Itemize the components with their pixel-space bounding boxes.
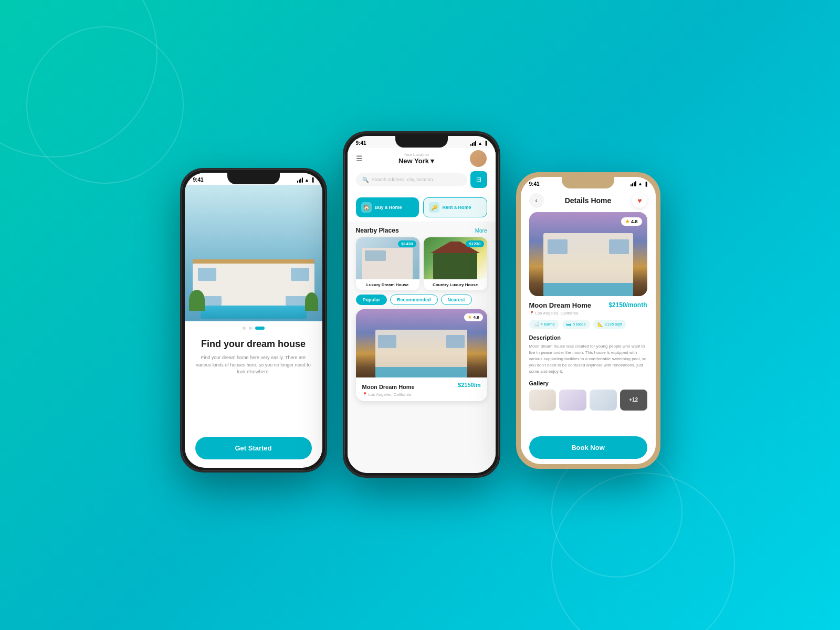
nearby-card-1-name: Luxury Dream House: [356, 279, 419, 290]
phone-splash: 9:41 ▲ ▐: [180, 168, 327, 472]
back-button[interactable]: ‹: [529, 193, 544, 208]
status-icons-1: ▲ ▐: [297, 177, 314, 183]
dot-3-active: [255, 327, 265, 330]
featured-rating-value: 4.8: [473, 315, 479, 320]
featured-rating-badge: ★ 4.8: [464, 313, 482, 321]
location-row: ☰ Your Location New York ▾: [356, 150, 487, 167]
nearby-title: Nearby Places: [356, 227, 399, 234]
splash-hero: [185, 185, 322, 321]
bg-decoration-2: [26, 26, 184, 184]
description-text: Moon dream house was created for young p…: [529, 343, 647, 375]
gallery-title: Gallery: [529, 380, 647, 386]
gallery-more-button[interactable]: +12: [620, 390, 647, 411]
search-row: 🔍 Search address, city, location... ⊟: [356, 171, 487, 188]
notch-2: [395, 136, 448, 148]
phone-listing-screen: 9:41 ▲ ▐ ☰ Your Location: [348, 136, 496, 473]
splash-text-area: Find your dream house Find your dream ho…: [195, 338, 312, 376]
listing-screen: 9:41 ▲ ▐ ☰ Your Location: [348, 136, 496, 473]
villa-pool: [201, 306, 307, 319]
featured-property-name: Moon Dream Home: [362, 384, 415, 390]
splash-hero-image: [185, 185, 322, 321]
notch-1: [227, 173, 280, 184]
rent-home-button[interactable]: 🔑 Rent a Home: [423, 197, 487, 217]
amenity-beds: 🛏 5 Beds: [562, 320, 590, 329]
window-modern: [365, 250, 386, 261]
location-city: New York ▾: [398, 157, 434, 165]
book-button-container: Book Now: [521, 436, 656, 464]
nearby-img-2: $1230: [424, 237, 487, 279]
amenities-row: 🛁 4 Baths 🛏 5 Beds 📐 2135 sqft: [529, 320, 647, 329]
area-icon: 📐: [597, 322, 603, 327]
buy-icon: 🏠: [361, 202, 372, 213]
chevron-down-icon[interactable]: ▾: [430, 157, 434, 165]
status-time-1: 9:41: [193, 177, 204, 183]
battery-icon-1: ▐: [311, 177, 314, 182]
carousel-dots: [185, 321, 322, 333]
details-window-2: [609, 239, 629, 254]
wifi-icon-1: ▲: [304, 177, 309, 183]
details-window-1: [548, 239, 568, 254]
nearby-img-1: $1430: [356, 237, 419, 279]
nearby-card-2[interactable]: $1230 Country Luxury House: [424, 237, 487, 290]
property-price: $2150/month: [608, 301, 647, 309]
tab-recommended[interactable]: Recommended: [390, 295, 438, 305]
search-icon: 🔍: [362, 177, 369, 183]
splash-title: Find your dream house: [195, 338, 312, 350]
tab-nearest[interactable]: Nearest: [441, 295, 472, 305]
details-body: Moon Dream Home $2150/month 📍 Los Angele…: [521, 296, 656, 436]
phone-listing: 9:41 ▲ ▐ ☰ Your Location: [343, 131, 500, 478]
featured-pool: [375, 367, 467, 377]
location-pin-icon-3: 📍: [529, 311, 534, 316]
tab-popular[interactable]: Popular: [356, 295, 387, 305]
details-screen-title: Details Home: [565, 196, 612, 205]
battery-icon-2: ▐: [484, 141, 487, 145]
villa-roof: [193, 259, 314, 264]
listing-header: ☰ Your Location New York ▾ 🔍: [348, 148, 496, 193]
bath-icon: 🛁: [533, 322, 539, 327]
nearby-more-link[interactable]: More: [475, 228, 487, 234]
dot-2: [249, 327, 252, 330]
search-bar[interactable]: 🔍 Search address, city, location...: [356, 173, 467, 186]
action-buttons: 🏠 Buy a Home 🔑 Rent a Home: [348, 193, 496, 222]
filter-button[interactable]: ⊟: [470, 171, 487, 188]
bed-icon: 🛏: [566, 322, 571, 327]
featured-property-card[interactable]: ★ 4.8 Moon Dream Home $2150/m 📍 Los Ange…: [356, 309, 487, 401]
featured-window-2: [446, 335, 465, 348]
phone-details-screen: 9:41 ▲ ▐ ‹ Details H: [521, 177, 656, 464]
villa-window-1: [198, 268, 216, 281]
filter-icon: ⊟: [476, 176, 481, 183]
menu-icon[interactable]: ☰: [356, 154, 363, 163]
property-name-row: Moon Dream Home $2150/month: [529, 301, 647, 309]
phones-container: 9:41 ▲ ▐: [180, 142, 660, 488]
featured-property-price: $2150/m: [458, 382, 480, 388]
buy-home-button[interactable]: 🏠 Buy a Home: [356, 197, 419, 217]
featured-property-location: 📍 Los Angeles, California: [362, 392, 481, 397]
wifi-icon-2: ▲: [478, 141, 482, 146]
nearby-card-1[interactable]: $1430 Luxury Dream House: [356, 237, 419, 290]
gallery-thumb-1[interactable]: [529, 390, 556, 411]
user-avatar[interactable]: [470, 150, 487, 167]
featured-property-image: ★ 4.8: [356, 309, 487, 377]
house-modern-1: [362, 248, 413, 279]
location-pin-icon: 📍: [362, 392, 368, 397]
get-started-button[interactable]: Get Started: [195, 437, 312, 459]
nearby-card-2-name: Country Luxury House: [424, 279, 487, 290]
favorite-button[interactable]: ♥: [632, 193, 647, 208]
featured-window-1: [378, 335, 396, 348]
book-now-button[interactable]: Book Now: [529, 436, 647, 459]
gallery-thumb-3[interactable]: [590, 390, 617, 411]
thumb-img-2: [559, 390, 586, 411]
description-title: Description: [529, 334, 647, 341]
amenity-baths: 🛁 4 Baths: [529, 320, 559, 329]
details-star-icon: ★: [625, 219, 629, 224]
details-rating-value: 4.8: [631, 219, 638, 224]
featured-house-body: [375, 330, 467, 377]
wifi-icon-3: ▲: [638, 181, 643, 186]
featured-property-info: Moon Dream Home $2150/m 📍 Los Angeles, C…: [356, 377, 487, 401]
gallery-thumb-2[interactable]: [559, 390, 586, 411]
search-placeholder: Search address, city, location...: [372, 177, 437, 182]
property-name: Moon Dream Home: [529, 301, 591, 309]
star-icon: ★: [468, 315, 471, 320]
signal-icon-2: [470, 141, 476, 146]
phone-splash-screen: 9:41 ▲ ▐: [185, 173, 322, 468]
